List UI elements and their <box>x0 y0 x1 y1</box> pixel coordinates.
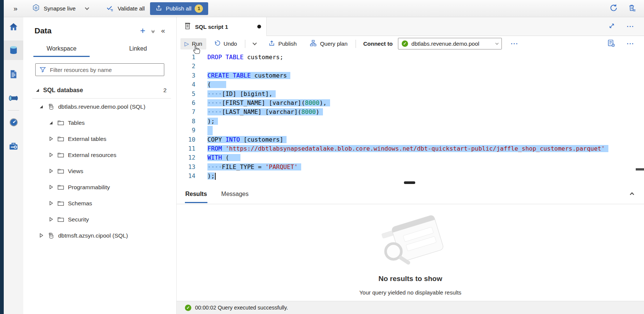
publish-all-button[interactable]: Publish all 1 <box>150 2 208 15</box>
publish-label: Publish <box>278 40 297 47</box>
query-plan-button[interactable]: Query plan <box>305 37 351 50</box>
sidebar-tabs: Workspace Linked <box>23 41 176 57</box>
expand-expander-icon[interactable] <box>48 136 54 141</box>
tab-results[interactable]: Results <box>181 185 211 203</box>
empty-results-state: No results to show Your query yielded no… <box>177 204 644 296</box>
line-number: 10 <box>177 135 195 144</box>
nav-data-icon[interactable] <box>4 40 23 60</box>
nav-develop-icon[interactable] <box>4 64 23 84</box>
unsaved-indicator <box>257 25 261 28</box>
scrollbar-thumb[interactable] <box>636 168 644 170</box>
tree-item-label: Schemas <box>68 200 92 207</box>
tab-more-icon[interactable]: ··· <box>627 23 634 30</box>
nav-home-icon[interactable] <box>4 17 23 37</box>
tree-item-label: Views <box>68 168 83 175</box>
refresh-button[interactable] <box>609 3 618 13</box>
tree-item-dbtmsft-azsyn-cipool-sql[interactable]: dbtmsft.azsyn.cipool (SQL) <box>23 227 176 244</box>
undo-label: Undo <box>224 40 237 47</box>
tree-item-label: External tables <box>68 136 107 142</box>
expand-expander-icon[interactable] <box>48 169 54 173</box>
editor-more-icon[interactable]: ··· <box>627 40 634 48</box>
connect-to-dropdown[interactable]: ✓ dbtlabs.revenue.demo.pool <box>398 38 502 49</box>
connect-to-label: Connect to <box>363 40 393 47</box>
tab-linked[interactable]: Linked <box>100 41 176 57</box>
empty-title: No results to show <box>177 275 644 283</box>
publish-button[interactable]: Publish <box>264 37 301 50</box>
collapse-panel-icon[interactable]: « <box>161 27 165 35</box>
filter-input[interactable] <box>35 63 164 76</box>
tab-sql-script-1[interactable]: SQL script 1 <box>177 17 267 36</box>
validate-all-label: Validate all <box>118 5 145 12</box>
tab-title: SQL script 1 <box>195 24 228 30</box>
status-message: 00:00:02 Query executed successfully. <box>195 305 288 311</box>
toolbar-more-icon[interactable]: ··· <box>511 40 518 48</box>
tree-item-programmability[interactable]: Programmability <box>23 179 176 195</box>
collapse-expander-icon[interactable] <box>48 121 54 124</box>
panel-title: Data <box>35 26 52 35</box>
tree-item-external-tables[interactable]: External tables <box>23 131 176 147</box>
tree-item-dbtlabs-revenue-demo-pool-sql[interactable]: dbtlabs.revenue.demo.pool (SQL) <box>23 99 176 115</box>
tree-item-schemas[interactable]: Schemas <box>23 195 176 211</box>
splitter-handle[interactable] <box>404 181 415 184</box>
validate-all-button[interactable]: Validate all <box>106 4 145 13</box>
code-line-10: COPY INTO [customers] <box>207 135 608 144</box>
add-resource-button[interactable]: + <box>140 27 145 34</box>
properties-icon[interactable] <box>607 39 615 49</box>
code-line-11: FROM 'https://dbtlabsynapsedatalake.blob… <box>207 144 608 153</box>
query-plan-icon <box>309 39 317 48</box>
run-button[interactable]: ▷ Run <box>180 38 206 49</box>
tree-item-label: Tables <box>68 120 85 126</box>
collapse-expander-icon[interactable] <box>35 89 41 92</box>
expand-expander-icon[interactable] <box>48 217 54 222</box>
tab-results-label: Results <box>185 191 207 197</box>
nav-monitor-icon[interactable] <box>4 112 23 132</box>
tab-messages[interactable]: Messages <box>217 185 253 203</box>
expand-editor-icon[interactable] <box>608 22 615 31</box>
collapse-results-icon[interactable] <box>630 191 633 197</box>
tree-item-sql-database[interactable]: SQL database2 <box>23 82 176 98</box>
code-line-9 <box>207 126 608 135</box>
text-caret <box>215 173 216 180</box>
line-number: 8 <box>177 117 195 126</box>
tree-item-label: Security <box>68 216 89 223</box>
show-navigation-icon[interactable]: » <box>14 4 18 13</box>
tree-item-tables[interactable]: Tables <box>23 115 176 131</box>
collapse-expander-icon[interactable] <box>38 105 44 108</box>
tree-item-label: SQL database <box>43 87 83 94</box>
tree-item-label: External resources <box>68 152 116 158</box>
run-options-icon[interactable] <box>249 41 260 47</box>
run-label: Run <box>192 40 203 47</box>
tree-item-external-resources[interactable]: External resources <box>23 147 176 163</box>
tree-item-label: dbtmsft.azsyn.cipool (SQL) <box>58 232 128 239</box>
undo-icon <box>213 40 221 48</box>
line-number: 14 <box>177 172 195 181</box>
expand-expander-icon[interactable] <box>48 153 54 157</box>
nav-integrate-icon[interactable] <box>4 88 23 108</box>
tab-linked-label: Linked <box>129 45 147 52</box>
sql-code-editor[interactable]: 1234567891011121314 DROP TABLE customers… <box>177 51 644 183</box>
synapse-branch-icon <box>32 4 40 13</box>
tree-item-security[interactable]: Security <box>23 211 176 227</box>
code-line-7: [LAST_NAME] [varchar](8000) <box>207 108 608 117</box>
tab-messages-label: Messages <box>221 191 249 197</box>
app-left-edge <box>0 0 4 314</box>
folder-icon <box>57 200 65 207</box>
data-panel: Data + « Workspace Linked SQL database2d… <box>23 17 176 314</box>
collapse-all-icon[interactable] <box>152 29 154 33</box>
undo-button[interactable]: Undo <box>209 37 241 50</box>
item-count: 2 <box>163 87 167 94</box>
rail-divider <box>8 110 19 111</box>
environment-label: Synapse live <box>44 5 76 12</box>
resource-tree: SQL database2dbtlabs.revenue.demo.pool (… <box>23 82 176 244</box>
folder-icon <box>57 167 65 175</box>
tree-item-views[interactable]: Views <box>23 163 176 179</box>
database-icon <box>47 232 55 239</box>
discard-all-button[interactable] <box>628 4 636 13</box>
nav-manage-icon[interactable] <box>4 136 23 156</box>
tab-workspace[interactable]: Workspace <box>23 41 100 57</box>
environment-selector[interactable]: Synapse live <box>32 4 89 13</box>
expand-expander-icon[interactable] <box>38 233 44 238</box>
code-lines: DROP TABLE customers;CREATE TABLE custom… <box>201 51 608 183</box>
expand-expander-icon[interactable] <box>48 201 54 206</box>
expand-expander-icon[interactable] <box>48 185 54 190</box>
